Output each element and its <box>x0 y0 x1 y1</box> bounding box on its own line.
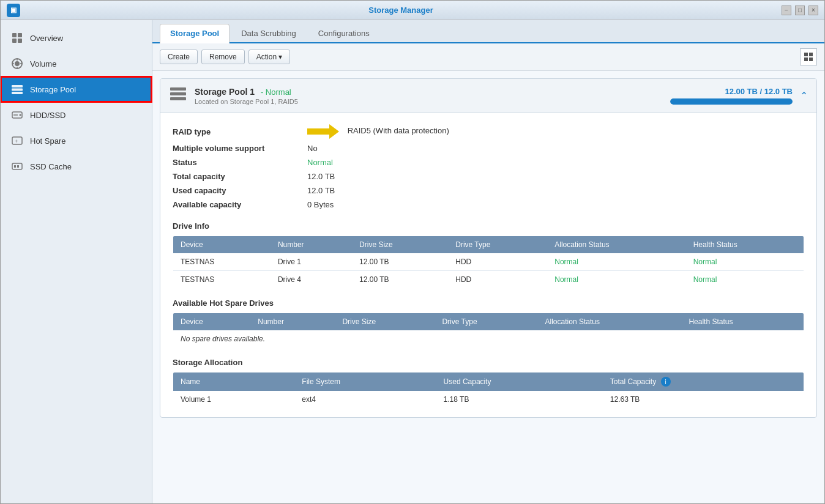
hs-col-allocation: Allocation Status <box>538 313 682 331</box>
col-drive-type: Drive Type <box>448 236 547 254</box>
sidebar-item-storage-pool[interactable]: Storage Pool <box>1 76 152 102</box>
svg-rect-21 <box>804 53 808 56</box>
overview-icon <box>10 31 24 45</box>
raid-type-row: RAID type RAID5 (With data protection) <box>173 122 804 141</box>
sidebar-item-hot-spare[interactable]: + Hot Spare <box>1 128 152 154</box>
tab-storage-pool[interactable]: Storage Pool <box>160 24 230 43</box>
svg-rect-12 <box>12 92 23 94</box>
hs-col-device: Device <box>173 313 251 331</box>
toolbar: Create Remove Action ▾ <box>152 43 824 71</box>
drive-info-table: Device Number Drive Size Drive Type Allo… <box>173 235 804 289</box>
cell-device: TESTNAS <box>173 271 271 289</box>
svg-rect-1 <box>18 33 22 37</box>
sidebar-label-storage-pool: Storage Pool <box>30 85 76 94</box>
sidebar-label-hot-spare: Hot Spare <box>30 136 66 146</box>
pool-title: Storage Pool 1 - Normal <box>195 87 663 97</box>
app-logo: ▣ <box>7 4 20 17</box>
pool-capacity-fill <box>670 98 793 105</box>
sa-col-used: Used Capacity <box>436 372 603 391</box>
multiple-volume-row: Multiple volume support No <box>173 141 804 155</box>
drive-info-title: Drive Info <box>173 221 804 231</box>
sa-cell-fs: ext4 <box>294 391 436 409</box>
pool-status-badge: - Normal <box>261 87 291 97</box>
svg-rect-3 <box>18 39 22 43</box>
cell-health: Normal <box>686 253 804 271</box>
cell-type: HDD <box>448 271 547 289</box>
svg-rect-0 <box>12 33 17 37</box>
available-capacity-value: 0 Bytes <box>307 200 334 209</box>
window-controls: − □ × <box>782 6 818 15</box>
table-row[interactable]: TESTNAS Drive 1 12.00 TB HDD Normal Norm… <box>173 253 804 271</box>
remove-button[interactable]: Remove <box>201 50 245 64</box>
total-capacity-value: 12.0 TB <box>307 172 335 181</box>
sidebar-item-overview[interactable]: Overview <box>1 25 152 51</box>
action-button[interactable]: Action ▾ <box>248 50 291 64</box>
pool-card: Storage Pool 1 - Normal Located on Stora… <box>160 78 817 418</box>
svg-rect-27 <box>170 97 186 100</box>
maximize-button[interactable]: □ <box>795 6 805 15</box>
sidebar-label-volume: Volume <box>30 59 56 69</box>
grid-view-button[interactable] <box>800 48 817 65</box>
svg-rect-26 <box>170 92 186 95</box>
window-title: Storage Manager <box>20 6 782 15</box>
raid-type-value: RAID5 (With data protection) <box>307 124 449 139</box>
sa-cell-name: Volume 1 <box>173 391 295 409</box>
pool-header: Storage Pool 1 - Normal Located on Stora… <box>160 79 816 113</box>
tab-data-scrubbing[interactable]: Data Scrubbing <box>231 24 307 42</box>
svg-point-14 <box>20 114 21 116</box>
svg-rect-22 <box>809 53 813 56</box>
svg-rect-25 <box>170 87 186 91</box>
used-capacity-value: 12.0 TB <box>307 186 335 195</box>
sidebar-item-volume[interactable]: Volume <box>1 51 152 76</box>
sa-col-name: Name <box>173 372 295 391</box>
storage-pool-icon <box>10 83 24 96</box>
sa-col-total: Total Capacity i <box>603 372 804 391</box>
sidebar-label-overview: Overview <box>30 34 63 43</box>
col-health-status: Health Status <box>686 236 804 254</box>
drive-info-header-row: Device Number Drive Size Drive Type Allo… <box>173 236 804 254</box>
svg-marker-28 <box>307 124 339 139</box>
cell-type: HDD <box>448 253 547 271</box>
sa-cell-total: 12.63 TB <box>603 391 804 409</box>
hs-col-number: Number <box>250 313 335 331</box>
hot-spare-table: Device Number Drive Size Drive Type Allo… <box>173 313 804 348</box>
svg-rect-2 <box>12 39 17 43</box>
minimize-button[interactable]: − <box>782 6 791 15</box>
hs-col-health: Health Status <box>681 313 804 331</box>
storage-allocation-table: Name File System Used Capacity Total Cap… <box>173 372 804 409</box>
hot-spare-header-row: Device Number Drive Size Drive Type Allo… <box>173 313 804 331</box>
svg-point-5 <box>15 61 20 66</box>
ssd-cache-icon <box>10 160 24 173</box>
sidebar-item-hdd-ssd[interactable]: HDD/SSD <box>1 102 152 128</box>
pool-container: Storage Pool 1 - Normal Located on Stora… <box>152 71 824 503</box>
raid-type-label: RAID type <box>173 127 307 136</box>
table-row[interactable]: TESTNAS Drive 4 12.00 TB HDD Normal Norm… <box>173 271 804 289</box>
cell-allocation: Normal <box>547 253 685 271</box>
status-value: Normal <box>307 158 333 167</box>
cell-number: Drive 1 <box>271 253 352 271</box>
used-capacity-row: Used capacity 12.0 TB <box>173 183 804 198</box>
no-spare-message: No spare drives available. <box>173 330 804 348</box>
sidebar-item-ssd-cache[interactable]: SSD Cache <box>1 154 152 179</box>
tab-configurations[interactable]: Configurations <box>308 24 380 42</box>
pool-capacity-text: 12.00 TB / 12.0 TB <box>670 87 793 96</box>
sa-cell-used: 1.18 TB <box>436 391 603 409</box>
pool-title-area: Storage Pool 1 - Normal Located on Stora… <box>195 87 663 105</box>
svg-rect-10 <box>12 85 23 87</box>
create-button[interactable]: Create <box>160 50 198 64</box>
total-capacity-info-icon[interactable]: i <box>661 377 671 387</box>
svg-rect-24 <box>809 57 813 61</box>
sa-col-fs: File System <box>294 372 436 391</box>
table-row[interactable]: Volume 1 ext4 1.18 TB 12.63 TB <box>173 391 804 409</box>
pool-chevron-button[interactable]: ⌃ <box>800 90 808 102</box>
sidebar-label-ssd-cache: SSD Cache <box>30 162 72 171</box>
hdd-icon <box>10 108 24 122</box>
svg-rect-19 <box>14 165 16 168</box>
sidebar-label-hdd-ssd: HDD/SSD <box>30 111 66 120</box>
storage-allocation-title: Storage Allocation <box>173 358 804 367</box>
available-capacity-row: Available capacity 0 Bytes <box>173 198 804 212</box>
cell-health: Normal <box>686 271 804 289</box>
title-bar: ▣ Storage Manager − □ × <box>1 1 824 20</box>
hot-spare-icon: + <box>10 134 24 147</box>
close-button[interactable]: × <box>808 6 818 15</box>
